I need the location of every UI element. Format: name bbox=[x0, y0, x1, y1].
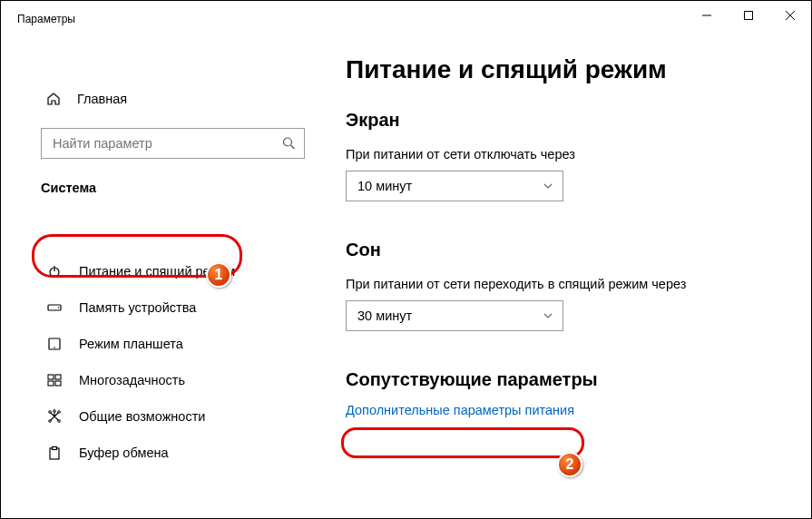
svg-point-4 bbox=[58, 307, 60, 308]
sidebar-nav: Питание и спящий режим Память устройства… bbox=[1, 253, 314, 471]
sidebar-item-storage[interactable]: Память устройства bbox=[1, 289, 314, 326]
page-title: Питание и спящий режим bbox=[346, 55, 793, 84]
storage-icon bbox=[46, 300, 63, 315]
titlebar: Параметры bbox=[1, 1, 811, 37]
sleep-label: При питании от сети переходить в спящий … bbox=[346, 277, 793, 291]
sidebar-item-shared[interactable]: Общие возможности bbox=[1, 398, 314, 435]
sidebar-item-power[interactable]: Питание и спящий режим bbox=[1, 253, 314, 289]
svg-rect-0 bbox=[745, 12, 753, 20]
screen-off-dropdown[interactable]: 10 минут bbox=[346, 171, 563, 201]
chevron-down-icon bbox=[543, 181, 553, 191]
screen-off-label: При питании от сети отключать через bbox=[346, 147, 793, 162]
svg-rect-9 bbox=[48, 381, 54, 386]
svg-rect-7 bbox=[48, 375, 54, 379]
content-area: Главная Система Питание и спящий режим П… bbox=[1, 37, 811, 519]
svg-rect-17 bbox=[53, 447, 57, 450]
screen-heading: Экран bbox=[346, 110, 793, 131]
shared-icon bbox=[46, 409, 63, 424]
search-input[interactable] bbox=[41, 128, 305, 159]
maximize-button[interactable] bbox=[728, 1, 769, 30]
svg-rect-8 bbox=[55, 375, 61, 379]
sidebar-home[interactable]: Главная bbox=[1, 83, 314, 115]
svg-point-6 bbox=[54, 347, 55, 348]
close-button[interactable] bbox=[769, 1, 811, 30]
svg-point-11 bbox=[54, 410, 56, 413]
sidebar-item-label: Питание и спящий режим bbox=[79, 264, 235, 279]
svg-rect-10 bbox=[55, 381, 61, 386]
minimize-button[interactable] bbox=[686, 1, 728, 30]
sidebar: Главная Система Питание и спящий режим П… bbox=[1, 37, 314, 519]
power-icon bbox=[46, 264, 63, 279]
additional-power-link[interactable]: Дополнительные параметры питания bbox=[346, 403, 793, 417]
sidebar-item-multitask[interactable]: Многозадачность bbox=[1, 362, 314, 398]
svg-point-13 bbox=[58, 420, 61, 423]
svg-point-14 bbox=[58, 411, 61, 414]
sleep-value: 30 минут bbox=[357, 308, 412, 323]
sleep-heading: Сон bbox=[346, 240, 793, 260]
sidebar-item-label: Режим планшета bbox=[79, 337, 183, 351]
tablet-icon bbox=[46, 337, 63, 351]
multitask-icon bbox=[46, 373, 63, 387]
svg-point-12 bbox=[49, 420, 52, 423]
sidebar-home-label: Главная bbox=[77, 92, 127, 106]
sidebar-item-label: Общие возможности bbox=[79, 409, 205, 424]
related-heading: Сопутствующие параметры bbox=[346, 369, 793, 390]
sidebar-item-label: Буфер обмена bbox=[79, 446, 169, 460]
sidebar-item-tablet[interactable]: Режим планшета bbox=[1, 326, 314, 362]
window-title: Параметры bbox=[17, 13, 75, 25]
svg-point-1 bbox=[284, 138, 292, 146]
main-panel: Питание и спящий режим Экран При питании… bbox=[314, 37, 811, 519]
screen-off-value: 10 минут bbox=[357, 179, 412, 193]
sidebar-item-clipboard[interactable]: Буфер обмена bbox=[1, 435, 314, 471]
home-icon bbox=[46, 92, 61, 106]
svg-point-15 bbox=[49, 411, 52, 414]
sidebar-section-label: Система bbox=[1, 159, 314, 202]
search-field-wrap bbox=[41, 128, 305, 159]
sidebar-item-label: Многозадачность bbox=[79, 373, 185, 387]
clipboard-icon bbox=[46, 446, 63, 460]
search-icon bbox=[282, 137, 296, 151]
chevron-down-icon bbox=[543, 310, 553, 321]
sleep-dropdown[interactable]: 30 минут bbox=[346, 300, 563, 331]
window-controls bbox=[686, 1, 811, 30]
sidebar-item-label: Память устройства bbox=[79, 300, 196, 315]
